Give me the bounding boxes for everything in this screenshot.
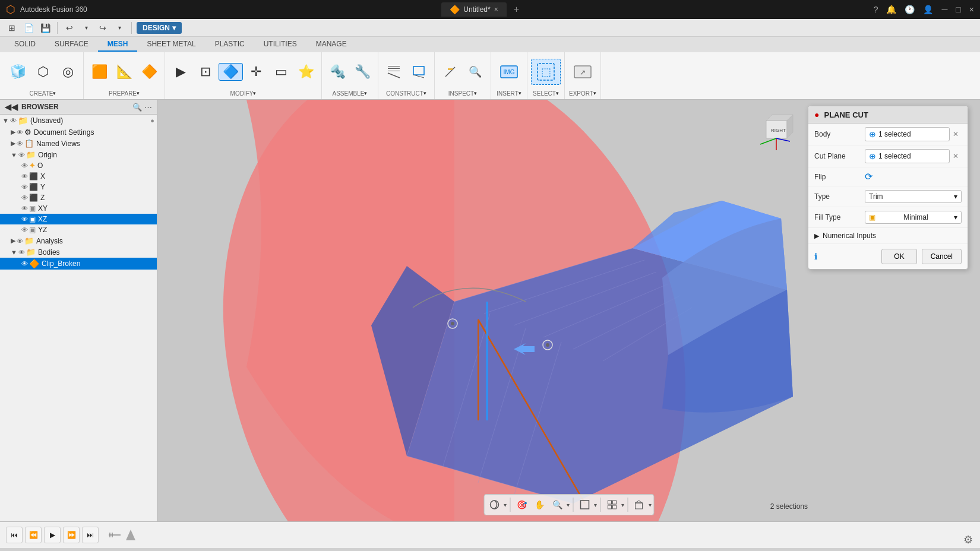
- orbit-dropdown[interactable]: ▾: [504, 496, 507, 513]
- create-box-btn[interactable]: 🧊: [6, 64, 30, 80]
- insert-btn1[interactable]: IMG: [495, 59, 523, 84]
- eye-icon[interactable]: 👁: [10, 117, 17, 124]
- eye-icon8[interactable]: 👁: [21, 194, 28, 201]
- browser-item-bodies[interactable]: ▼ 👁 📁 Bodies: [0, 246, 157, 258]
- zoom-btn[interactable]: 🔍: [549, 496, 565, 513]
- modify-btn2[interactable]: ⊡: [194, 64, 217, 80]
- cancel-button[interactable]: Cancel: [922, 249, 962, 264]
- modify-btn4[interactable]: ✛: [244, 64, 268, 80]
- cut-plane-clear-btn[interactable]: ✕: [950, 150, 962, 162]
- create-cyl-btn[interactable]: ⬡: [31, 64, 55, 80]
- eye-icon10[interactable]: 👁: [21, 216, 28, 223]
- close-btn[interactable]: ×: [969, 5, 974, 14]
- assemble-btn2[interactable]: 🔧: [350, 64, 374, 80]
- save-btn[interactable]: 💾: [38, 21, 52, 35]
- history-icon[interactable]: 🕐: [905, 5, 915, 14]
- flip-btn[interactable]: ⟳: [865, 171, 872, 182]
- tab-surface[interactable]: SURFACE: [45, 37, 98, 52]
- select-btn[interactable]: ⬚: [531, 59, 561, 85]
- browser-item-unsaved[interactable]: ▼ 👁 📁 (Unsaved) ●: [0, 115, 157, 126]
- browser-item-named-views[interactable]: ▶ 👁 📋 Named Views: [0, 138, 157, 149]
- eye-icon13[interactable]: 👁: [18, 249, 25, 256]
- maximize-btn[interactable]: □: [956, 5, 960, 14]
- viewport[interactable]: RIGHT ▾ 🎯 ✋ 🔍 ▾ ▾: [157, 100, 980, 521]
- viewcube-dropdown[interactable]: ▾: [649, 496, 652, 513]
- tab-utilities[interactable]: UTILITIES: [254, 37, 306, 52]
- new-file-btn[interactable]: 📄: [21, 21, 36, 35]
- prepare-btn3[interactable]: 🔶: [137, 64, 161, 80]
- grid-menu-btn[interactable]: ⊞: [5, 21, 19, 35]
- panel-close-icon[interactable]: ●: [814, 110, 819, 119]
- play-btn[interactable]: ▶: [44, 527, 61, 543]
- type-select[interactable]: Trim ▾: [865, 190, 962, 203]
- eye-icon12[interactable]: 👁: [17, 238, 23, 245]
- tab-plastic[interactable]: PLASTIC: [206, 37, 254, 52]
- tab-solid[interactable]: SOLID: [5, 37, 45, 52]
- cut-plane-value-field[interactable]: ⊕ 1 selected: [865, 149, 950, 163]
- browser-item-x[interactable]: 👁 ⬛ X: [0, 171, 157, 182]
- browser-item-xy[interactable]: 👁 ▣ XY: [0, 203, 157, 214]
- modify-btn1[interactable]: ▶: [169, 64, 192, 80]
- modify-btn6[interactable]: ⭐: [294, 64, 318, 80]
- prepare-btn2[interactable]: 📐: [112, 64, 136, 80]
- app-tab[interactable]: 🔶 Untitled* ×: [441, 2, 506, 17]
- play-last-btn[interactable]: ⏭: [82, 527, 99, 543]
- inspect-btn2[interactable]: 🔍: [463, 65, 487, 79]
- nav-cube[interactable]: RIGHT: [748, 103, 796, 150]
- grid-btn[interactable]: [603, 496, 620, 513]
- browser-item-origin[interactable]: ▼ 👁 📁 Origin: [0, 149, 157, 160]
- browser-search-icon[interactable]: 🔍: [132, 103, 142, 112]
- browser-item-clip-broken[interactable]: 👁 🔶 Clip_Broken: [0, 258, 157, 270]
- play-prev-btn[interactable]: ⏪: [25, 527, 42, 543]
- tab-mesh[interactable]: MESH: [98, 37, 138, 52]
- minimize-btn[interactable]: ─: [941, 5, 947, 14]
- display-dropdown[interactable]: ▾: [594, 496, 597, 513]
- inspect-btn1[interactable]: [438, 62, 462, 82]
- tab-manage[interactable]: MANAGE: [306, 37, 356, 52]
- browser-item-yz[interactable]: 👁 ▣ YZ: [0, 224, 157, 235]
- construct-btn1[interactable]: [382, 62, 406, 82]
- undo-btn[interactable]: ↩: [62, 21, 77, 35]
- export-btn[interactable]: ↗: [568, 59, 597, 84]
- browser-item-xz[interactable]: 👁 ▣ XZ: [0, 214, 157, 224]
- eye-icon7[interactable]: 👁: [21, 183, 28, 191]
- browser-item-z[interactable]: 👁 ⬛ Z: [0, 192, 157, 203]
- modify-btn5[interactable]: ▭: [269, 64, 293, 80]
- browser-options-icon[interactable]: ⋯: [144, 103, 152, 112]
- eye-icon11[interactable]: 👁: [21, 226, 28, 233]
- numerical-inputs-row[interactable]: ▶ Numerical Inputs: [808, 228, 968, 244]
- tab-sheet-metal[interactable]: SHEET METAL: [137, 37, 205, 52]
- eye-icon9[interactable]: 👁: [21, 205, 28, 212]
- account-icon[interactable]: 👤: [923, 5, 933, 14]
- play-first-btn[interactable]: ⏮: [6, 527, 23, 543]
- notification-icon[interactable]: 🔔: [886, 5, 896, 14]
- prepare-btn1[interactable]: 🟧: [87, 64, 111, 80]
- browser-collapse-icon[interactable]: ◀◀: [5, 102, 18, 112]
- ok-button[interactable]: OK: [881, 249, 916, 264]
- gear-settings-btn[interactable]: ⚙: [963, 533, 973, 546]
- modify-plane-cut-btn[interactable]: 🔷: [219, 63, 243, 81]
- play-next-btn[interactable]: ⏩: [63, 527, 80, 543]
- tab-close-btn[interactable]: ×: [494, 5, 498, 14]
- browser-item-doc-settings[interactable]: ▶ 👁 ⚙ Document Settings: [0, 126, 157, 138]
- new-tab-btn[interactable]: +: [514, 4, 519, 15]
- eye-icon14[interactable]: 👁: [21, 260, 28, 267]
- undo-arrow-btn[interactable]: ▾: [79, 21, 93, 35]
- pan-btn[interactable]: ✋: [531, 496, 548, 513]
- redo-btn[interactable]: ↪: [96, 21, 110, 35]
- browser-item-o[interactable]: 👁 ✦ O: [0, 160, 157, 171]
- zoom-dropdown[interactable]: ▾: [567, 496, 570, 513]
- fill-type-select[interactable]: ▣ Minimal ▾: [865, 211, 962, 224]
- design-workspace-btn[interactable]: DESIGN ▾: [137, 22, 182, 34]
- look-at-btn[interactable]: 🎯: [513, 496, 530, 513]
- display-mode-btn[interactable]: [576, 496, 593, 513]
- redo-arrow-btn[interactable]: ▾: [112, 21, 127, 35]
- orbit-btn[interactable]: [486, 496, 502, 513]
- construct-btn2[interactable]: [407, 62, 431, 82]
- view-cube-btn[interactable]: [631, 496, 647, 513]
- eye-icon2[interactable]: 👁: [17, 129, 23, 136]
- browser-item-analysis[interactable]: ▶ 👁 📁 Analysis: [0, 235, 157, 246]
- browser-item-y[interactable]: 👁 ⬛ Y: [0, 182, 157, 192]
- help-icon[interactable]: ?: [874, 5, 878, 14]
- create-sphere-btn[interactable]: ◎: [56, 64, 80, 80]
